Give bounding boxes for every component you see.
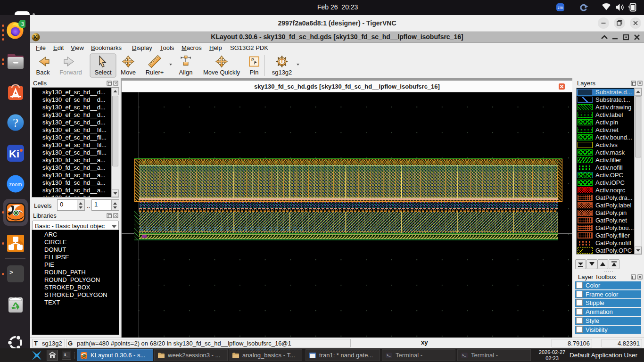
svg-text:$_: $_ [64,353,68,357]
svg-text:zoom: zoom [9,181,22,187]
svg-text:3: 3 [21,21,24,27]
svg-text:Ki: Ki [9,148,19,160]
svg-text:>_: >_ [462,354,466,357]
svg-text:>_: >_ [9,269,17,276]
svg-text:>_: >_ [387,354,391,357]
svg-text:zm: zm [558,5,563,10]
svg-text:?: ? [13,116,18,130]
